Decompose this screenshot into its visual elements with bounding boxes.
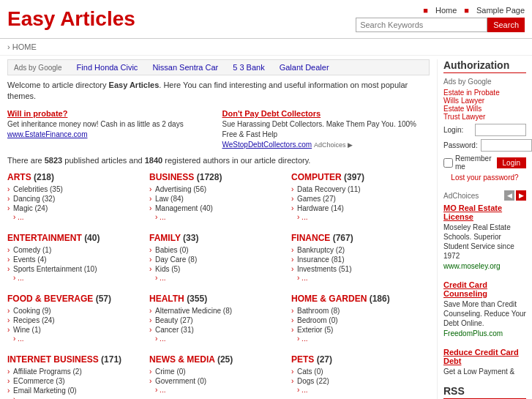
cat-sublink[interactable]: Advertising (56)	[155, 185, 206, 193]
cat-sublink[interactable]: Dogs (22)	[297, 377, 329, 385]
lost-password-link[interactable]: Lost your password?	[443, 174, 526, 182]
auth-link-estate[interactable]: Estate in Probate	[443, 89, 526, 97]
promo-title-1[interactable]: Will in probate?	[7, 108, 215, 119]
cat-more: › ...	[291, 213, 430, 221]
sample-page-link[interactable]: Sample Page	[476, 6, 525, 15]
cat-item: Dogs (22)	[291, 376, 430, 386]
cat-sublink[interactable]: Hardware (14)	[297, 204, 344, 212]
cat-sublink[interactable]: Affiliate Programs (2)	[13, 368, 82, 376]
cat-sublink[interactable]: Government (0)	[155, 377, 206, 385]
login-label: Login:	[443, 126, 472, 134]
cat-link-food[interactable]: FOOD & BEVERAGE	[7, 294, 93, 304]
cat-link-computer[interactable]: COMPUTER	[291, 172, 342, 182]
auth-link-trust-lawyer[interactable]: Trust Lawyer	[443, 113, 526, 121]
auth-link-wills-lawyer[interactable]: Wills Lawyer	[443, 97, 526, 105]
cat-item: Celebrities (35)	[7, 184, 146, 194]
cat-sublink[interactable]: Bedroom (0)	[297, 316, 338, 324]
cat-sublink[interactable]: Games (27)	[297, 195, 336, 203]
ad3-title[interactable]: Reduce Credit Card Debt	[443, 348, 526, 365]
cat-item: Recipes (24)	[7, 316, 146, 325]
cat-sublink[interactable]: Wine (1)	[13, 326, 41, 334]
breadcrumb-home[interactable]: HOME	[12, 42, 37, 51]
cat-more: › ...	[7, 395, 146, 399]
login-button[interactable]: Login	[497, 157, 526, 168]
cat-title-entertainment: ENTERTAINMENT (40)	[7, 233, 146, 243]
search-input[interactable]	[356, 18, 487, 32]
promo-link-1[interactable]: www.EstateFinance.com	[7, 130, 88, 138]
cat-sublink[interactable]: Bathroom (8)	[297, 307, 340, 315]
ad-next-button[interactable]: ▶	[516, 190, 526, 201]
auth-links: Estate in Probate Wills Lawyer Estate Wi…	[443, 89, 526, 121]
cat-count-business: (1728)	[197, 172, 222, 182]
cat-link-entertainment[interactable]: ENTERTAINMENT	[7, 233, 82, 243]
cat-sublink[interactable]: Email Marketing (0)	[13, 387, 77, 395]
password-input[interactable]	[481, 139, 532, 152]
cat-sublink[interactable]: Kids (5)	[155, 265, 180, 273]
cat-sublink[interactable]: Babies (0)	[155, 246, 189, 254]
cat-sublink[interactable]: Day Care (8)	[155, 256, 197, 264]
cat-link-home-garden[interactable]: HOME & GARDEN	[291, 294, 367, 304]
cat-link-family[interactable]: FAMILY	[149, 233, 181, 243]
cat-sublink[interactable]: Magic (24)	[13, 204, 48, 212]
cat-link-pets[interactable]: PETS	[291, 354, 314, 365]
cat-sublink[interactable]: Data Recovery (11)	[297, 185, 361, 193]
cat-item: Email Marketing (0)	[7, 386, 146, 395]
cat-business: BUSINESS (1728) Advertising (56) Law (84…	[149, 172, 288, 221]
cat-title-food: FOOD & BEVERAGE (57)	[7, 294, 146, 304]
cat-more: › ...	[291, 335, 430, 343]
cat-sublink[interactable]: Exterior (5)	[297, 326, 333, 334]
cat-link-internet-business[interactable]: INTERNET BUSINESS	[7, 354, 99, 365]
cat-sublink[interactable]: Investments (51)	[297, 265, 351, 273]
cat-pets: PETS (27) Cats (0) Dogs (22) › ...	[291, 354, 430, 399]
cat-item: Law (84)	[149, 194, 288, 204]
cat-item: Bedroom (0)	[291, 316, 430, 325]
cat-sublink[interactable]: Cooking (9)	[13, 307, 51, 315]
ad-link-3[interactable]: 5 3 Bank	[233, 63, 264, 72]
cat-sublink[interactable]: Recipes (24)	[13, 316, 55, 324]
cat-sublink[interactable]: Management (40)	[155, 204, 213, 212]
cat-sublink[interactable]: Sports Entertainment (10)	[13, 265, 97, 273]
cat-count-computer: (397)	[344, 172, 364, 182]
cat-more: › ...	[7, 274, 146, 282]
cat-sublink[interactable]: Law (84)	[155, 195, 184, 203]
ad-link-1[interactable]: Find Honda Civic	[77, 63, 138, 72]
cat-sublink[interactable]: Insurance (81)	[297, 256, 344, 264]
promo-title-2[interactable]: Don't Pay Debt Collectors	[222, 108, 430, 119]
cat-item: Crime (0)	[149, 367, 288, 376]
cat-link-health[interactable]: HEALTH	[149, 294, 184, 304]
cat-sublink[interactable]: Dancing (32)	[13, 195, 55, 203]
ad-link-2[interactable]: Nissan Sentra Car	[152, 63, 218, 72]
cat-sublink[interactable]: Crime (0)	[155, 368, 186, 376]
ad2-title[interactable]: Credit Card Counseling	[443, 280, 526, 298]
ad-link-4[interactable]: Galant Dealer	[280, 63, 329, 72]
cat-item: Babies (0)	[149, 245, 288, 255]
auth-link-estate-wills[interactable]: Estate Wills	[443, 105, 526, 113]
cat-finance: FINANCE (767) Bankruptcy (2) Insurance (…	[291, 233, 430, 282]
cat-item: Games (27)	[291, 194, 430, 204]
remember-checkbox[interactable]	[443, 158, 453, 168]
ad1-title[interactable]: MO Real Estate License	[443, 204, 526, 221]
cat-link-news-media[interactable]: NEWS & MEDIA	[149, 354, 215, 365]
cat-title-computer: COMPUTER (397)	[291, 172, 430, 182]
cat-sublink[interactable]: Bankruptcy (2)	[297, 246, 345, 254]
cat-sublink[interactable]: Comedy (1)	[13, 246, 51, 254]
cat-link-finance[interactable]: FINANCE	[291, 233, 330, 243]
cat-item: Government (0)	[149, 376, 288, 386]
adchoices-section: AdChoices ◀ ▶ MO Real Estate License Mos…	[443, 190, 526, 376]
ad-prev-button[interactable]: ◀	[504, 190, 514, 201]
promo-link-2[interactable]: WeStopDebtCollectors.com	[222, 141, 312, 149]
search-button[interactable]: Search	[487, 18, 525, 32]
cat-sublink[interactable]: Beauty (27)	[155, 316, 193, 324]
cat-link-arts[interactable]: ARTS	[7, 172, 31, 182]
cat-link-business[interactable]: BUSINESS	[149, 172, 194, 182]
cat-sublink[interactable]: Events (4)	[13, 256, 47, 264]
cat-sublink[interactable]: Alternative Medicine (8)	[155, 307, 232, 315]
cat-sublink[interactable]: Celebrities (35)	[13, 185, 63, 193]
cat-sublink[interactable]: Cats (0)	[297, 368, 323, 376]
login-input[interactable]	[475, 124, 526, 136]
cat-sublink[interactable]: ECommerce (3)	[13, 377, 65, 385]
home-link[interactable]: Home	[435, 6, 457, 15]
promo-area: Will in probate? Get inheritance money n…	[7, 108, 430, 150]
cat-sublink[interactable]: Cancer (31)	[155, 326, 194, 334]
adchoices-arrows: ◀ ▶	[504, 190, 526, 201]
